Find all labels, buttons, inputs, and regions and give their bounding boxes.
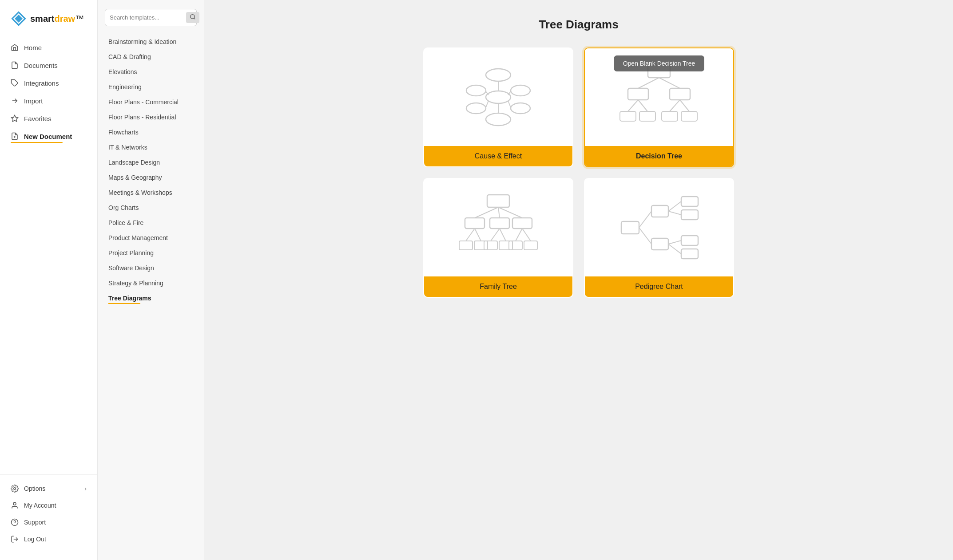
svg-line-30 <box>638 78 659 88</box>
logo-smart: smart <box>30 14 54 24</box>
svg-rect-60 <box>651 205 668 217</box>
sidebar-item-favorites[interactable]: Favorites <box>5 110 92 127</box>
svg-point-14 <box>486 69 511 81</box>
svg-point-20 <box>486 113 511 126</box>
sidebar-item-home[interactable]: Home <box>5 39 92 56</box>
card-family-tree[interactable]: Family Tree <box>423 178 573 298</box>
sidebar-item-logout[interactable]: Log Out <box>5 531 92 548</box>
svg-point-8 <box>13 502 16 505</box>
svg-line-34 <box>628 100 638 111</box>
family-tree-diagram <box>458 192 538 263</box>
category-item-police-fire[interactable]: Police & Fire <box>105 216 197 229</box>
sidebar-item-support[interactable]: Support <box>5 514 92 531</box>
svg-line-35 <box>638 100 647 111</box>
sidebar-item-logout-label: Log Out <box>24 536 46 543</box>
svg-rect-37 <box>681 111 697 121</box>
category-item-tree-diagrams[interactable]: Tree Diagrams <box>105 292 197 305</box>
card-cause-effect-preview <box>424 48 572 146</box>
sidebar-item-favorites-label: Favorites <box>24 115 52 122</box>
svg-point-12 <box>191 15 195 19</box>
nav-bottom: Options › My Account Support Log Out <box>0 474 97 553</box>
svg-line-45 <box>498 207 500 218</box>
card-decision-tree-preview: Open Blank Decision Tree <box>585 48 733 146</box>
svg-rect-43 <box>512 218 532 229</box>
svg-line-25 <box>508 101 511 107</box>
card-family-tree-preview <box>424 179 572 276</box>
category-item-it-networks[interactable]: IT & Networks <box>105 141 197 154</box>
open-blank-decision-tree-button[interactable]: Open Blank Decision Tree <box>614 55 704 71</box>
search-box[interactable] <box>105 9 197 26</box>
category-item-brainstorming[interactable]: Brainstorming & Ideation <box>105 35 197 48</box>
help-icon <box>11 518 19 526</box>
sidebar-item-import[interactable]: Import <box>5 92 92 109</box>
category-item-product-management[interactable]: Product Management <box>105 231 197 245</box>
svg-line-38 <box>670 100 680 111</box>
svg-rect-52 <box>524 241 537 250</box>
svg-rect-59 <box>621 221 639 234</box>
card-pedigree-chart-label: Pedigree Chart <box>585 276 733 297</box>
svg-rect-61 <box>651 238 668 250</box>
category-item-software-design[interactable]: Software Design <box>105 261 197 275</box>
search-button[interactable] <box>186 12 199 23</box>
category-item-engineering[interactable]: Engineering <box>105 80 197 94</box>
sidebar-item-integrations[interactable]: Integrations <box>5 75 92 91</box>
category-item-cad[interactable]: CAD & Drafting <box>105 50 197 63</box>
category-item-strategy[interactable]: Strategy & Planning <box>105 276 197 290</box>
sidebar-item-home-label: Home <box>24 44 42 51</box>
svg-line-62 <box>639 211 651 228</box>
sidebar-item-new-document[interactable]: New Document <box>5 128 92 145</box>
category-item-project-planning[interactable]: Project Planning <box>105 246 197 260</box>
card-decision-tree[interactable]: Open Blank Decision Tree <box>584 47 734 167</box>
svg-point-7 <box>14 488 16 490</box>
category-item-elevations[interactable]: Elevations <box>105 65 197 79</box>
sidebar-item-options[interactable]: Options › <box>5 480 92 497</box>
sidebar-item-my-account-label: My Account <box>24 502 56 509</box>
svg-point-19 <box>511 103 530 114</box>
svg-line-55 <box>491 229 500 241</box>
sidebar-item-documents[interactable]: Documents <box>5 57 92 74</box>
svg-rect-32 <box>620 111 636 121</box>
logout-icon <box>11 535 19 543</box>
card-cause-effect-label: Cause & Effect <box>424 146 572 166</box>
svg-point-17 <box>466 103 486 114</box>
search-icon <box>190 14 196 20</box>
category-item-floor-plans-commercial[interactable]: Floor Plans - Commercial <box>105 95 197 109</box>
svg-line-23 <box>486 101 488 107</box>
svg-line-58 <box>522 229 531 241</box>
sidebar-item-options-label: Options <box>24 485 45 492</box>
svg-line-44 <box>475 207 498 218</box>
document-icon <box>11 61 19 69</box>
category-item-maps[interactable]: Maps & Geography <box>105 171 197 184</box>
svg-line-39 <box>680 100 689 111</box>
svg-line-31 <box>659 78 680 88</box>
category-item-flowcharts[interactable]: Flowcharts <box>105 126 197 139</box>
svg-rect-48 <box>474 241 488 250</box>
svg-line-70 <box>668 241 681 244</box>
card-pedigree-chart[interactable]: Pedigree Chart <box>584 178 734 298</box>
category-item-org-charts[interactable]: Org Charts <box>105 201 197 214</box>
svg-line-54 <box>475 229 481 241</box>
sidebar-item-import-label: Import <box>24 97 43 105</box>
svg-line-56 <box>500 229 506 241</box>
svg-point-16 <box>466 85 486 96</box>
svg-line-69 <box>668 211 681 215</box>
sidebar-item-my-account[interactable]: My Account <box>5 497 92 514</box>
svg-rect-41 <box>465 218 484 229</box>
card-pedigree-chart-preview <box>585 179 733 276</box>
svg-rect-42 <box>490 218 509 229</box>
search-input[interactable] <box>110 14 184 21</box>
category-item-floor-plans-residential[interactable]: Floor Plans - Residential <box>105 110 197 124</box>
decision-tree-diagram <box>619 62 699 133</box>
svg-marker-4 <box>12 115 18 122</box>
user-icon <box>11 501 19 509</box>
svg-rect-64 <box>681 197 698 206</box>
category-item-meetings[interactable]: Meetings & Workshops <box>105 186 197 199</box>
cause-effect-diagram <box>463 66 534 128</box>
svg-line-13 <box>194 18 195 20</box>
svg-line-57 <box>516 229 522 241</box>
card-cause-effect[interactable]: Cause & Effect <box>423 47 573 167</box>
svg-rect-28 <box>628 88 648 100</box>
svg-rect-33 <box>639 111 655 121</box>
category-item-landscape[interactable]: Landscape Design <box>105 156 197 169</box>
svg-rect-29 <box>670 88 690 100</box>
